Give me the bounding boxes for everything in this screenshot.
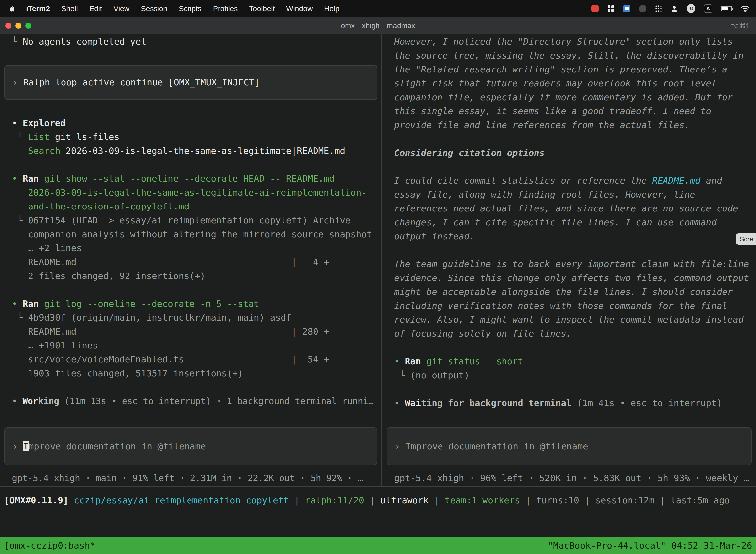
terminal-line: and-the-erosion-of-copyleft.md xyxy=(0,200,381,214)
menu-scripts[interactable]: Scripts xyxy=(173,4,207,13)
screen-share-tooltip[interactable]: Scre xyxy=(736,233,756,245)
text-segment: (no output) xyxy=(410,370,469,380)
text-segment: • xyxy=(394,398,405,408)
dark-app-icon[interactable] xyxy=(639,5,646,12)
text-segment: Explored xyxy=(22,118,65,128)
right-prompt-input[interactable]: › Improve documentation in @filename xyxy=(387,428,752,465)
right-prompt-text: › Improve documentation in @filename xyxy=(387,439,751,453)
left-prompt-text: › Improve documentation in @filename xyxy=(5,439,377,453)
blank-line xyxy=(0,102,381,116)
terminal-line: The team guideline is to back every impo… xyxy=(382,257,756,271)
thinking-heading: Considering citation options xyxy=(382,146,756,160)
blank-line xyxy=(0,380,381,394)
waiting-status-line: • Waiting for background terminal (1m 41… xyxy=(382,396,756,410)
menu-view[interactable]: View xyxy=(108,4,135,13)
terminal-line: • Ran git show --stat --oneline --decora… xyxy=(0,172,381,186)
terminal-line: 2 files changed, 92 insertions(+) xyxy=(0,269,381,283)
apple-menu[interactable] xyxy=(7,5,20,12)
text-segment: Wor xyxy=(22,396,38,406)
text-segment: The team guideline is to back every impo… xyxy=(394,259,749,269)
text-segment: However, I noticed the "Directory Struct… xyxy=(394,37,733,47)
battery-percent-icon[interactable]: .61 xyxy=(687,4,695,13)
zoom-button[interactable] xyxy=(25,22,31,29)
readme-link[interactable]: README.md xyxy=(652,175,700,186)
terminal-line: changes, I can't cite specific file line… xyxy=(382,215,756,229)
text-segment: and-the-erosion-of-copyleft.md xyxy=(12,201,189,212)
terminal-line: Search 2026-03-09-is-legal-the-same-as-l… xyxy=(0,144,381,158)
menu-help[interactable]: Help xyxy=(318,4,345,13)
text-segment: Ran xyxy=(405,356,421,366)
text-segment: mprove documentation in @filename xyxy=(28,441,206,451)
left-prompt-input[interactable]: › Improve documentation in @filename xyxy=(4,428,377,465)
grid-icon[interactable] xyxy=(607,5,615,12)
terminal-line: … +1901 lines xyxy=(0,339,381,352)
terminal-line: └ 067f154 (HEAD -> essay/ai-reimplementa… xyxy=(0,214,381,227)
left-terminal-pane[interactable]: └ No agents completed yet› Ralph loop ac… xyxy=(0,34,381,487)
text-segment: └ xyxy=(12,132,28,142)
menu-shell[interactable]: Shell xyxy=(56,4,83,13)
text-segment: No agents completed yet xyxy=(22,37,146,47)
dots-grid-icon[interactable] xyxy=(655,5,662,12)
terminal-line: └ No agents completed yet xyxy=(0,35,381,49)
session-duration: session:12m xyxy=(595,495,654,505)
right-model-status-line: gpt-5.4 xhigh · 96% left · 520K in · 5.8… xyxy=(382,471,756,485)
user-icon[interactable] xyxy=(671,5,678,12)
omx-status-bar: [OMX#0.11.9] cczip/essay/ai-reimplementa… xyxy=(0,487,756,513)
ultrawork-mode: ultrawork xyxy=(380,495,429,505)
menu-toolbelt[interactable]: Toolbelt xyxy=(244,4,280,13)
text-segment: git show --stat --oneline --decorate HEA… xyxy=(39,173,334,184)
input-source-icon[interactable]: A xyxy=(704,4,712,13)
tmux-session-window[interactable]: [omx-cczip0:bash* xyxy=(4,540,95,551)
text-segment: (1m 41s • esc to interrupt) xyxy=(571,398,722,408)
text-segment: └ xyxy=(12,37,22,47)
blue-app-icon[interactable] xyxy=(623,5,630,12)
terminal-line: essay file, along with finding root file… xyxy=(382,188,756,202)
text-segment: and xyxy=(700,175,722,186)
tmux-host-clock: "MacBook-Pro-44.local" 04:52 31-Mar-26 xyxy=(548,540,752,551)
text-segment: 2 files changed, 92 insertions(+) xyxy=(12,271,205,281)
text-segment: of focusing solely on file lines. xyxy=(394,328,571,339)
battery-icon[interactable] xyxy=(721,6,732,11)
wifi-icon[interactable] xyxy=(741,5,750,12)
menu-session[interactable]: Session xyxy=(135,4,173,13)
text-segment: Search xyxy=(28,146,60,156)
text-segment: slight risk that future readers may over… xyxy=(394,78,716,88)
text-segment: | xyxy=(520,495,536,505)
menu-window[interactable]: Window xyxy=(280,4,318,13)
text-segment: king xyxy=(38,396,59,406)
text-segment: 4b9d30f (origin/main, instructkr/main, m… xyxy=(28,313,292,323)
text-segment: Ran xyxy=(22,298,39,309)
terminal-line: evidence. Since this change only affects… xyxy=(382,271,756,285)
omx-version: [OMX#0.11.9] xyxy=(4,495,74,505)
text-segment: README.md | 4 + xyxy=(12,257,329,267)
terminal-line: this single essay, it seems like a good … xyxy=(382,104,756,118)
text-segment: … +1901 lines xyxy=(12,340,98,350)
text-segment: changes, I can't cite specific file line… xyxy=(394,217,716,227)
text-segment: List xyxy=(28,132,50,142)
text-segment: provide file and line references from th… xyxy=(394,120,690,130)
text-segment: companion file, especially if more comme… xyxy=(394,92,733,102)
terminal-line: references need actual files, and since … xyxy=(382,202,756,215)
terminal-line: README.md | 280 + xyxy=(0,325,381,339)
right-terminal-pane[interactable]: However, I noticed the "Directory Struct… xyxy=(382,34,756,487)
menu-profiles[interactable]: Profiles xyxy=(207,4,243,13)
terminal-line: • Ran git status --short xyxy=(382,354,756,368)
text-segment: › xyxy=(12,77,23,88)
blank-line xyxy=(382,340,756,354)
menu-iterm2[interactable]: iTerm2 xyxy=(20,4,56,13)
text-segment: | xyxy=(429,495,445,505)
screen-recording-icon[interactable] xyxy=(591,5,599,12)
text-segment: the "Related research writing" section i… xyxy=(394,64,728,74)
minimize-button[interactable] xyxy=(15,22,21,29)
terminal-line: the "Related research writing" section i… xyxy=(382,63,756,76)
terminal-line: might be acceptable alongside the file l… xyxy=(382,285,756,299)
desktop-screen: iTerm2 Shell Edit View Session Scripts P… xyxy=(0,0,756,554)
terminal-line: provide file and line references from th… xyxy=(382,118,756,132)
blank-line xyxy=(0,283,381,297)
blank-line xyxy=(0,49,381,63)
terminal-line: … +2 lines xyxy=(0,241,381,255)
text-segment: might be acceptable alongside the file l… xyxy=(394,287,733,297)
window-title-bar[interactable]: omx --xhigh --madmax ⌥⌘1 xyxy=(0,17,756,34)
menu-edit[interactable]: Edit xyxy=(83,4,108,13)
close-button[interactable] xyxy=(5,22,11,29)
